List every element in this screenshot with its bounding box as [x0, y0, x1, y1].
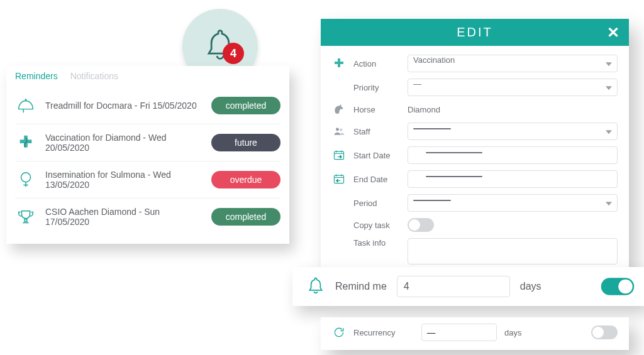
reminders-panel: Reminders Notifications Treadmill for Do…: [6, 66, 289, 244]
status-pill-completed: completed: [211, 97, 280, 114]
row-startdate: Start Date: [332, 146, 618, 164]
svg-rect-6: [335, 175, 344, 183]
reminder-text: Insemination for Sulmona - Wed 13/05/202…: [45, 170, 203, 190]
tabs-bar: Reminders Notifications: [15, 71, 280, 81]
action-select[interactable]: Vaccination: [408, 55, 618, 72]
reminder-text: Treadmill for Docmara - Fri 15/05/2020: [45, 101, 203, 111]
row-copytask: Copy task: [332, 218, 618, 232]
reminder-text: Vaccination for Diamond - Wed 20/05/2020: [45, 133, 203, 153]
label-recurrency: Recurrency: [353, 328, 414, 337]
label-priority: Priority: [353, 83, 400, 92]
reminder-row-2[interactable]: Insemination for Sulmona - Wed 13/05/202…: [15, 161, 280, 199]
refresh-icon: [332, 325, 346, 339]
remind-me-row: Remind me days: [292, 267, 644, 306]
medical-icon: [15, 132, 36, 153]
calendar-start-icon: [332, 148, 346, 162]
reminder-text: CSIO Aachen Diamond - Sun 17/05/2020: [45, 207, 203, 227]
label-action: Action: [353, 59, 400, 68]
startdate-input[interactable]: [408, 146, 618, 164]
calendar-end-icon: [332, 172, 346, 186]
label-days: days: [520, 281, 541, 292]
label-copytask: Copy task: [353, 221, 400, 230]
label-horse: Horse: [353, 105, 400, 114]
period-select[interactable]: [408, 194, 618, 212]
recurrency-row: Recurrency days: [321, 317, 629, 350]
row-horse: Horse Diamond: [332, 102, 618, 116]
status-pill-completed: completed: [211, 208, 280, 226]
horse-icon: [332, 102, 346, 116]
label-startdate: Start Date: [353, 151, 400, 160]
remindme-input[interactable]: [397, 276, 510, 297]
label-taskinfo: Task info: [353, 238, 400, 248]
reminder-row-3[interactable]: CSIO Aachen Diamond - Sun 17/05/2020 com…: [15, 199, 280, 235]
tab-notifications[interactable]: Notifications: [70, 71, 118, 81]
enddate-input[interactable]: [408, 170, 618, 188]
svg-point-1: [21, 173, 31, 182]
edit-header: EDIT ✕: [321, 19, 629, 46]
label-days: days: [504, 328, 521, 337]
status-pill-future: future: [211, 134, 280, 151]
edit-title: EDIT: [457, 25, 493, 39]
label-period: Period: [353, 199, 400, 208]
reminder-row-1[interactable]: Vaccination for Diamond - Wed 20/05/2020…: [15, 124, 280, 161]
horse-value: Diamond: [408, 105, 618, 114]
medical-cross-icon: [332, 57, 346, 70]
row-taskinfo: Task info: [332, 238, 618, 265]
fertility-icon: [15, 169, 36, 190]
priority-select[interactable]: —: [408, 79, 618, 96]
row-staff: Staff: [332, 123, 618, 140]
svg-point-2: [336, 128, 339, 131]
row-action: Action Vaccination: [332, 55, 618, 72]
status-pill-overdue: overdue: [211, 171, 280, 188]
row-period: Period: [332, 194, 618, 212]
svg-rect-4: [335, 151, 344, 160]
bell-outline-icon: [306, 276, 325, 297]
taskinfo-textarea[interactable]: [408, 238, 618, 265]
remindme-toggle[interactable]: [601, 278, 635, 295]
trophy-icon: [15, 206, 36, 227]
svg-point-0: [25, 99, 27, 101]
notification-count: 4: [223, 43, 244, 64]
label-staff: Staff: [353, 127, 400, 136]
staff-select[interactable]: [408, 123, 618, 140]
label-enddate: End Date: [353, 175, 400, 184]
close-icon[interactable]: ✕: [607, 25, 621, 40]
helmet-icon: [15, 95, 36, 116]
svg-point-3: [340, 128, 342, 131]
recurrency-toggle[interactable]: [591, 325, 618, 339]
tab-reminders[interactable]: Reminders: [15, 71, 58, 81]
copytask-toggle[interactable]: [408, 218, 434, 232]
staff-icon: [332, 124, 346, 138]
edit-form: Action Vaccination Priority — Horse Diam…: [321, 46, 629, 276]
edit-panel: EDIT ✕ Action Vaccination Priority — Hor…: [321, 19, 629, 276]
row-priority: Priority —: [332, 79, 618, 96]
label-remindme: Remind me: [335, 281, 387, 292]
recurrency-input[interactable]: [421, 324, 497, 341]
row-enddate: End Date: [332, 170, 618, 188]
reminder-row-0[interactable]: Treadmill for Docmara - Fri 15/05/2020 c…: [15, 87, 280, 124]
